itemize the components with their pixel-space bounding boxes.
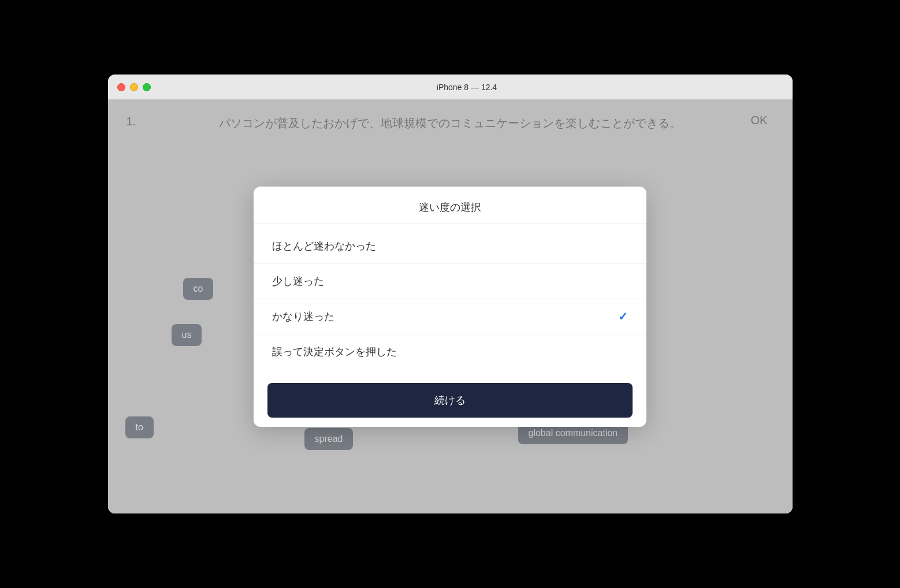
traffic-lights (117, 83, 151, 91)
option-label-3: かなり迷った (272, 310, 334, 323)
modal-overlay: 迷い度の選択 ほとんど迷わなかった 少し迷った かなり迷った ✓ 誤って決定ボタ (108, 100, 793, 513)
close-button[interactable] (117, 83, 125, 91)
modal-options-list: ほとんど迷わなかった 少し迷った かなり迷った ✓ 誤って決定ボタンを押した (254, 224, 646, 374)
app-window: iPhone 8 — 12.4 1. パソコンが普及したおかげで、地球規模でのコ… (108, 75, 793, 513)
difficulty-modal: 迷い度の選択 ほとんど迷わなかった 少し迷った かなり迷った ✓ 誤って決定ボタ (254, 187, 646, 427)
option-label-2: 少し迷った (272, 274, 324, 288)
titlebar: iPhone 8 — 12.4 (108, 75, 793, 100)
continue-button[interactable]: 続ける (267, 383, 633, 418)
window-title: iPhone 8 — 12.4 (151, 83, 783, 92)
option-label-4: 誤って決定ボタンを押した (272, 345, 397, 359)
modal-footer: 続ける (254, 374, 646, 427)
maximize-button[interactable] (143, 83, 151, 91)
option-hardly-hesitated[interactable]: ほとんど迷わなかった (254, 229, 646, 264)
content-area: 1. パソコンが普及したおかげで、地球規模でのコミュニケーションを楽しむことがで… (108, 100, 793, 513)
option-little-hesitated[interactable]: 少し迷った (254, 264, 646, 299)
selected-checkmark: ✓ (618, 310, 628, 323)
option-quite-hesitated[interactable]: かなり迷った ✓ (254, 299, 646, 334)
modal-header: 迷い度の選択 (254, 187, 646, 224)
option-accidental-press[interactable]: 誤って決定ボタンを押した (254, 334, 646, 369)
minimize-button[interactable] (130, 83, 138, 91)
option-label-1: ほとんど迷わなかった (272, 239, 376, 253)
